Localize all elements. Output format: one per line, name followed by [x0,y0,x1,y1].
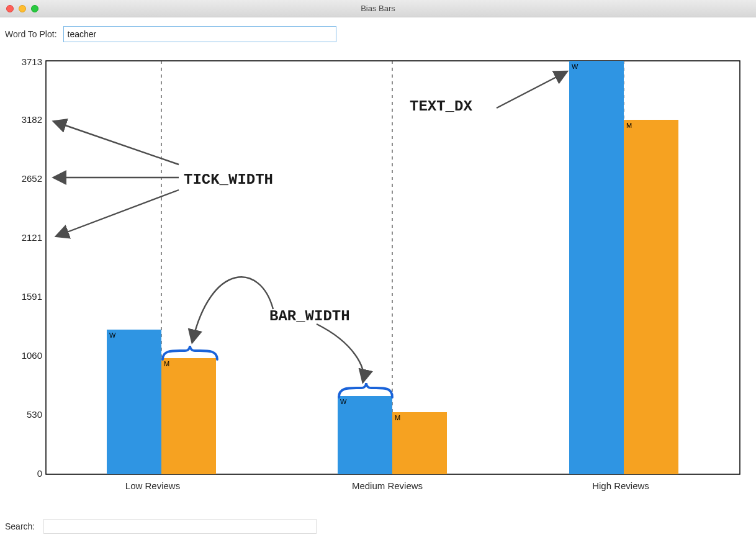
search-row: Search: [0,510,756,539]
word-to-plot-input[interactable] [63,26,336,42]
close-icon[interactable] [6,5,14,12]
xlabel-high: High Reviews [592,480,649,491]
xlabel-low: Low Reviews [125,480,180,491]
bias-bars-chart: 0 530 1060 1591 2121 2652 3182 3713 W M … [6,57,745,510]
window-title: Bias Bars [361,4,395,13]
zoom-icon[interactable] [31,5,38,12]
brace-2 [339,383,392,397]
y-tick-1: 530 [27,409,42,420]
bar-high-m [624,120,678,474]
bar-high-w [569,61,624,474]
y-axis: 0 530 1060 1591 2121 2652 3182 3713 [22,57,42,479]
bar-low-m [161,358,216,474]
minimize-icon[interactable] [19,5,26,12]
y-tick-3: 1591 [22,291,42,302]
annotation-tick-width: TICK_WIDTH [184,171,273,188]
bar-med-m [392,412,447,474]
bar-low-m-label: M [164,360,169,367]
annotation-bar-width: BAR_WIDTH [269,308,350,325]
window-titlebar: Bias Bars [0,0,756,17]
y-tick-7: 3713 [22,57,42,67]
y-tick-6: 3182 [22,114,42,125]
arrow-tick-3 [57,190,179,236]
arrow-bar-1 [192,277,273,341]
window-controls [6,5,38,12]
y-tick-5: 2652 [22,173,42,184]
word-to-plot-label: Word To Plot: [5,29,57,39]
xlabel-medium: Medium Reviews [352,480,423,491]
chart-container: 0 530 1060 1591 2121 2652 3182 3713 W M … [0,47,756,510]
annotation-text-dx: TEXT_DX [410,98,472,115]
search-label: Search: [5,521,35,531]
arrow-bar-2 [317,324,364,381]
word-to-plot-row: Word To Plot: [0,17,756,47]
bar-med-w [338,396,392,474]
bar-med-m-label: M [395,414,400,421]
y-tick-0: 0 [37,468,42,479]
bar-low-w-label: W [109,331,116,339]
arrow-tick-1 [55,122,179,164]
y-tick-4: 2121 [22,232,42,243]
bar-high-m-label: M [626,122,632,129]
window-content: Word To Plot: 0 530 1060 1591 2121 2652 … [0,17,756,545]
y-tick-2: 1060 [22,350,42,361]
search-input[interactable] [43,519,317,534]
bar-high-w-label: W [572,63,578,70]
bar-low-w [107,330,161,474]
brace-1 [163,346,217,359]
bar-med-w-label: W [340,398,347,405]
arrow-text-dx [497,72,566,108]
